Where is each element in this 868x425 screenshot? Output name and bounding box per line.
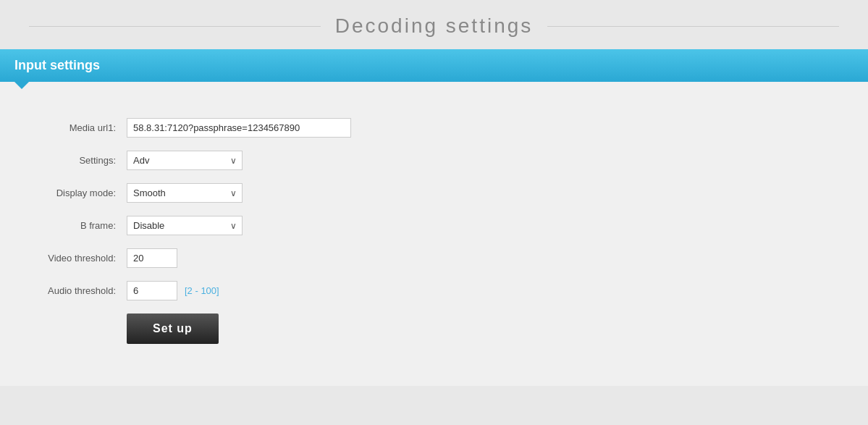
b-frame-label: B frame: bbox=[14, 220, 127, 231]
display-mode-row: Display mode: Smooth Normal Fast bbox=[14, 183, 854, 203]
display-mode-select-wrapper: Smooth Normal Fast bbox=[127, 183, 243, 203]
settings-select[interactable]: Adv Basic bbox=[127, 151, 243, 170]
display-mode-select[interactable]: Smooth Normal Fast bbox=[127, 183, 243, 203]
section-header-label: Input settings bbox=[14, 58, 100, 72]
video-threshold-row: Video threshold: bbox=[14, 248, 854, 268]
page-title-container: Decoding settings bbox=[0, 0, 868, 49]
settings-row: Settings: Adv Basic bbox=[14, 151, 854, 170]
page-container: Decoding settings Input settings Media u… bbox=[0, 0, 868, 386]
section-header: Input settings bbox=[0, 49, 868, 82]
media-url-input[interactable] bbox=[127, 118, 351, 138]
form-container: Media url1: Settings: Adv Basic Display … bbox=[14, 104, 854, 344]
page-title: Decoding settings bbox=[321, 14, 548, 38]
video-threshold-label: Video threshold: bbox=[14, 253, 127, 264]
settings-select-wrapper: Adv Basic bbox=[127, 151, 243, 170]
b-frame-row: B frame: Disable Enable bbox=[14, 216, 854, 235]
audio-threshold-range: [2 - 100] bbox=[185, 285, 219, 296]
audio-threshold-label: Audio threshold: bbox=[14, 285, 127, 296]
section-content: Media url1: Settings: Adv Basic Display … bbox=[0, 82, 868, 386]
display-mode-label: Display mode: bbox=[14, 188, 127, 198]
video-threshold-input[interactable] bbox=[127, 248, 177, 268]
media-url-label: Media url1: bbox=[14, 122, 127, 133]
audio-threshold-row: Audio threshold: [2 - 100] bbox=[14, 281, 854, 300]
b-frame-select-wrapper: Disable Enable bbox=[127, 216, 243, 235]
setup-button[interactable]: Set up bbox=[127, 314, 219, 344]
media-url-row: Media url1: bbox=[14, 118, 854, 138]
title-line-right bbox=[547, 26, 839, 27]
setup-button-row: Set up bbox=[14, 314, 854, 344]
settings-label: Settings: bbox=[14, 155, 127, 166]
b-frame-select[interactable]: Disable Enable bbox=[127, 216, 243, 235]
audio-threshold-input[interactable] bbox=[127, 281, 177, 300]
title-line-left bbox=[29, 26, 321, 27]
